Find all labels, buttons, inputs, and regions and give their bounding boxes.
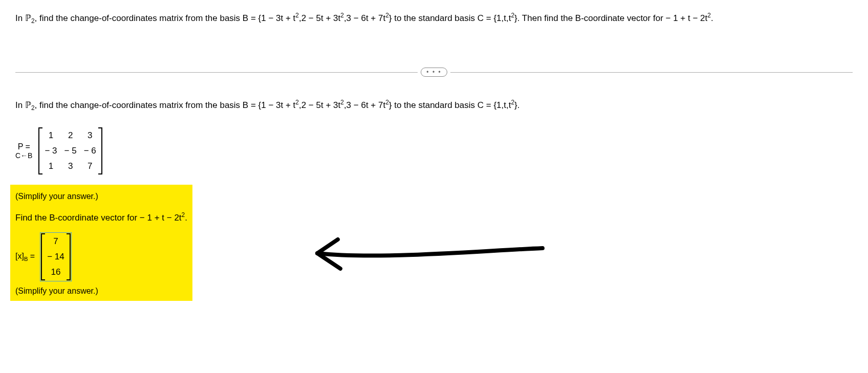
simplify-note-2: (Simplify your answer.) — [15, 287, 187, 296]
text: . — [185, 213, 187, 223]
basis-b-open: {1 − 3t + t — [258, 100, 296, 110]
cell: − 5 — [64, 146, 77, 156]
bracket-left — [41, 233, 45, 280]
cell: 16 — [47, 267, 64, 277]
highlight-block: (Simplify your answer.) Find the B-coord… — [10, 185, 192, 301]
sup: 2 — [385, 99, 389, 106]
p-label: P = C←B — [15, 142, 32, 160]
text: [x] — [15, 252, 24, 260]
text: ,2 − 5t + 3t — [299, 13, 340, 23]
simplify-note-1: (Simplify your answer.) — [15, 192, 187, 201]
question-top-line: In ℙ2, find the change-of-coordinates ma… — [15, 10, 853, 27]
p-symbol: ℙ — [25, 13, 31, 23]
sup: 2 — [385, 12, 389, 19]
text: In — [15, 100, 25, 110]
text: Find the B-coordinate vector for − 1 + t… — [15, 213, 182, 223]
divider-line-left — [15, 72, 418, 73]
divider-pill[interactable]: • • • — [421, 68, 447, 77]
bracket-right — [98, 127, 102, 174]
p-matrix-row: P = C←B 1 2 3 − 3 − 5 − 6 1 3 7 — [15, 127, 853, 174]
bracket-right — [67, 233, 71, 280]
sup: 2 — [295, 99, 299, 106]
bracket-left — [38, 127, 42, 174]
cell: 7 — [47, 236, 64, 247]
text: ,2 − 5t + 3t — [299, 100, 340, 110]
question-top: In ℙ2, find the change-of-coordinates ma… — [15, 10, 853, 27]
cell: 1 — [45, 161, 57, 171]
text: . — [711, 13, 713, 23]
divider-line-right — [450, 72, 853, 73]
divider: • • • — [15, 68, 853, 77]
p-symbol: ℙ — [25, 100, 31, 110]
basis-b-open: {1 − 3t + t — [258, 13, 296, 23]
p-label-bottom: C←B — [15, 151, 32, 160]
arrow-annotation-icon — [287, 230, 553, 276]
text: . Then find the B-coordinate vector for … — [517, 13, 708, 23]
answer-box[interactable]: 7 − 14 16 — [40, 232, 72, 281]
cell: 7 — [84, 161, 96, 171]
question-mid-line: In ℙ2, find the change-of-coordinates ma… — [15, 97, 853, 114]
x-vector-cells: 7 − 14 16 — [45, 233, 67, 280]
text: ,3 − 6t + 7t — [344, 13, 385, 23]
cell: − 3 — [45, 146, 57, 156]
basis-c-open: {1,t,t — [493, 13, 511, 23]
p-matrix-cells: 1 2 3 − 3 − 5 − 6 1 3 7 — [42, 127, 98, 174]
cell: − 14 — [47, 252, 64, 262]
text: to the standard basis C = — [392, 13, 493, 23]
basis-c-open: {1,t,t — [493, 100, 511, 110]
xb-label: [x]B = — [15, 252, 35, 262]
text: In — [15, 13, 25, 23]
sup: 2 — [707, 12, 711, 19]
text: . — [517, 100, 520, 110]
cell: 2 — [64, 130, 77, 141]
sup: 2 — [340, 12, 344, 19]
xb-row: [x]B = 7 − 14 16 — [15, 232, 187, 281]
text: ,3 − 6t + 7t — [344, 100, 385, 110]
cell: 3 — [64, 161, 77, 171]
main-content: In ℙ2, find the change-of-coordinates ma… — [15, 97, 853, 300]
x-vector: 7 − 14 16 — [41, 233, 71, 280]
text: , find the change-of-coordinates matrix … — [35, 100, 258, 110]
text: to the standard basis C = — [392, 100, 493, 110]
sub: 2 — [31, 17, 35, 25]
sup: 2 — [295, 12, 299, 19]
cell: − 6 — [84, 146, 96, 156]
find-b-line: Find the B-coordinate vector for − 1 + t… — [15, 211, 187, 223]
text: , find the change-of-coordinates matrix … — [35, 13, 258, 23]
cell: 1 — [45, 130, 57, 141]
sup: 2 — [340, 99, 344, 106]
sub: 2 — [31, 105, 35, 112]
cell: 3 — [84, 130, 96, 141]
text: = — [28, 252, 35, 260]
p-matrix: 1 2 3 − 3 − 5 − 6 1 3 7 — [38, 127, 102, 174]
p-label-top: P = — [18, 142, 30, 151]
